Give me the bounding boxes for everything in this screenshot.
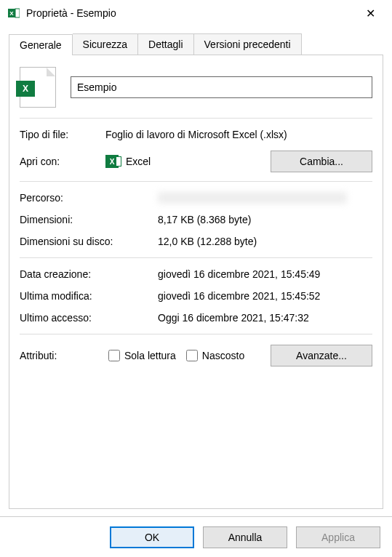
size-label: Dimensioni: xyxy=(20,214,151,225)
modified-label: Ultima modifica: xyxy=(20,290,151,302)
size-value: 8,17 KB (8.368 byte) xyxy=(158,214,372,225)
path-label: Percorso: xyxy=(20,192,151,204)
tab-details[interactable]: Dettagli xyxy=(138,33,193,55)
apply-button[interactable]: Applica xyxy=(296,526,380,548)
svg-text:X: X xyxy=(9,10,14,17)
hidden-checkbox[interactable] xyxy=(186,350,198,361)
sizeondisk-value: 12,0 KB (12.288 byte) xyxy=(158,236,372,247)
dialog-footer: OK Annulla Applica xyxy=(0,516,392,557)
readonly-checkbox[interactable] xyxy=(108,350,120,361)
tab-strip: Generale Sicurezza Dettagli Versioni pre… xyxy=(9,33,383,55)
excel-app-icon: X xyxy=(105,155,119,168)
change-button[interactable]: Cambia... xyxy=(271,151,372,172)
accessed-label: Ultimo accesso: xyxy=(20,312,151,324)
accessed-value: Oggi 16 dicembre 2021, 15:47:32 xyxy=(158,312,372,324)
tab-general[interactable]: Generale xyxy=(9,34,73,55)
svg-rect-2 xyxy=(15,9,20,17)
tab-security[interactable]: Sicurezza xyxy=(73,33,138,55)
divider xyxy=(20,118,372,119)
excel-badge-icon: X xyxy=(16,81,35,97)
advanced-button[interactable]: Avanzate... xyxy=(271,345,372,366)
general-panel: X Tipo di file: Foglio di lavoro di Micr… xyxy=(9,55,383,509)
readonly-checkbox-wrap[interactable]: Sola lettura xyxy=(108,350,176,361)
file-type-icon: X xyxy=(20,67,56,108)
modified-value: giovedì 16 dicembre 2021, 15:45:52 xyxy=(158,290,372,302)
created-label: Data creazione: xyxy=(20,268,151,280)
window-title: Proprietà - Esempio xyxy=(26,7,356,19)
cancel-button[interactable]: Annulla xyxy=(203,526,287,548)
filetype-value: Foglio di lavoro di Microsoft Excel (.xl… xyxy=(105,129,372,140)
openwith-label: Apri con: xyxy=(20,156,98,167)
excel-file-icon: X xyxy=(7,7,20,20)
close-icon[interactable]: ✕ xyxy=(356,7,385,20)
titlebar: X Proprietà - Esempio ✕ xyxy=(0,0,392,26)
divider xyxy=(20,334,372,334)
hidden-checkbox-wrap[interactable]: Nascosto xyxy=(186,350,244,361)
filename-input[interactable] xyxy=(71,76,372,98)
path-value xyxy=(158,192,372,204)
created-value: giovedì 16 dicembre 2021, 15:45:49 xyxy=(158,268,372,280)
filetype-label: Tipo di file: xyxy=(20,129,98,140)
divider xyxy=(20,257,372,258)
sizeondisk-label: Dimensioni su disco: xyxy=(20,236,151,247)
openwith-app: Excel xyxy=(126,156,151,167)
readonly-label: Sola lettura xyxy=(124,350,176,361)
attributes-label: Attributi: xyxy=(20,350,98,361)
ok-button[interactable]: OK xyxy=(110,526,194,548)
tab-versions[interactable]: Versioni precedenti xyxy=(194,33,302,55)
divider xyxy=(20,181,372,182)
hidden-label: Nascosto xyxy=(202,350,244,361)
